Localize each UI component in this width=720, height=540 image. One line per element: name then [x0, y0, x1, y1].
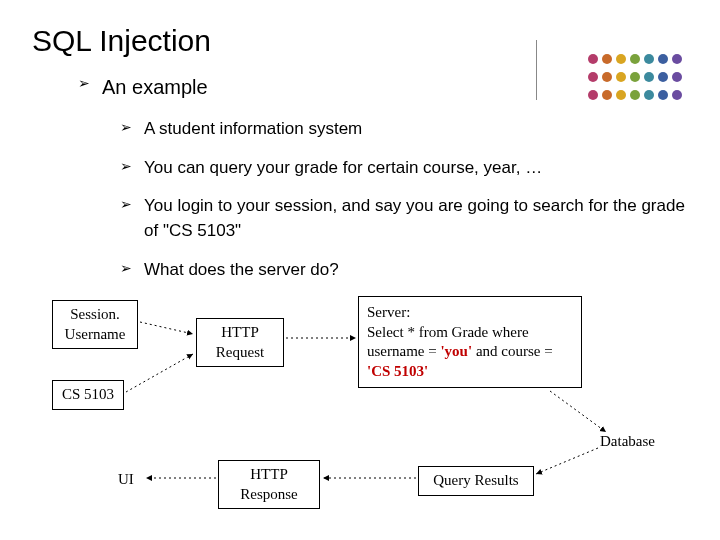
label-database: Database — [600, 432, 655, 452]
svg-line-3 — [550, 391, 606, 432]
label-ui: UI — [118, 470, 134, 490]
box-http-response: HTTPResponse — [218, 460, 320, 509]
bullet: You can query your grade for certain cou… — [120, 156, 688, 181]
decoration — [536, 30, 696, 110]
bullet: What does the server do? — [120, 258, 688, 283]
svg-line-1 — [126, 354, 193, 392]
diagram: Session.Username CS 5103 HTTPRequest Ser… — [48, 296, 668, 526]
bullet-level2: A student information system You can que… — [80, 117, 688, 282]
box-session-username: Session.Username — [52, 300, 138, 349]
slide: SQL Injection An example A student infor… — [0, 0, 720, 540]
box-server: Server:Select * from Grade where usernam… — [358, 296, 582, 388]
svg-line-4 — [536, 448, 598, 474]
decor-dots — [586, 52, 696, 106]
bullet: You login to your session, and say you a… — [120, 194, 688, 243]
box-query-results: Query Results — [418, 466, 534, 496]
box-http-request: HTTPRequest — [196, 318, 284, 367]
box-cs5103: CS 5103 — [52, 380, 124, 410]
decor-vline — [536, 40, 537, 100]
svg-line-0 — [140, 322, 193, 334]
bullet: A student information system — [120, 117, 688, 142]
